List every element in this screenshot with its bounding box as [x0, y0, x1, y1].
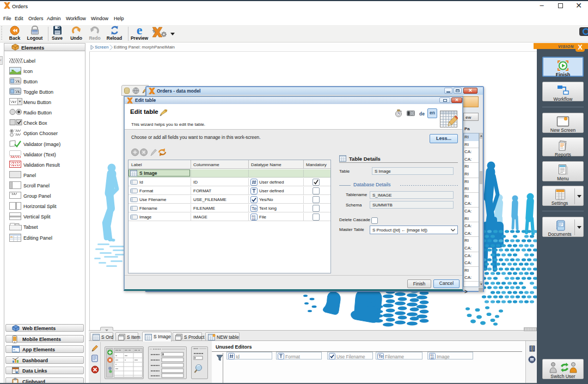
svg-text:10: 10	[252, 217, 256, 221]
svg-text:10: 10	[430, 356, 434, 359]
svg-text:Te: Te	[378, 353, 383, 359]
svg-text:Te: Te	[252, 206, 257, 211]
